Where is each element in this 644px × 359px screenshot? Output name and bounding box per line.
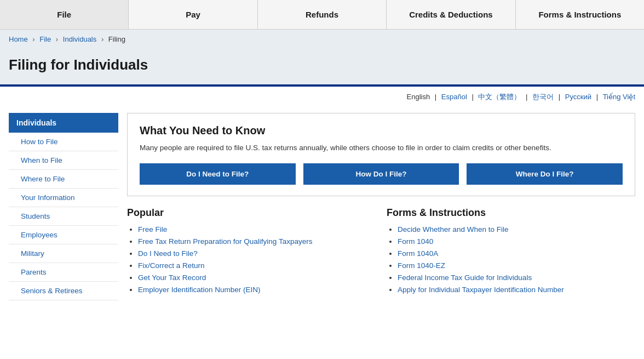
- sidebar-item-employees[interactable]: Employees: [9, 226, 118, 244]
- info-box-description: Many people are required to file U.S. ta…: [140, 143, 623, 153]
- breadcrumb-file[interactable]: File: [39, 35, 51, 43]
- list-item: Free Tax Return Preparation for Qualifyi…: [138, 237, 376, 246]
- list-item: Form 1040: [398, 237, 635, 246]
- breadcrumb-sep-2: ›: [56, 35, 58, 43]
- breadcrumb-home[interactable]: Home: [9, 35, 28, 43]
- breadcrumb-sep-3: ›: [101, 35, 104, 43]
- popular-link-fix-correct[interactable]: Fix/Correct a Return: [138, 261, 205, 270]
- popular-link-free-tax[interactable]: Free Tax Return Preparation for Qualifyi…: [138, 237, 312, 246]
- list-item: Free File: [138, 225, 376, 233]
- info-box: What You Need to Know Many people are re…: [127, 113, 635, 196]
- sidebar-item-parents[interactable]: Parents: [9, 263, 118, 282]
- cta-buttons: Do I Need to File? How Do I File? Where …: [140, 163, 623, 185]
- cta-how-do-i-file[interactable]: How Do I File?: [303, 163, 459, 185]
- forms-link-1040[interactable]: Form 1040: [398, 237, 433, 246]
- popular-link-do-i-need[interactable]: Do I Need to File?: [138, 249, 198, 258]
- list-item: Decide Whether and When to File: [398, 225, 635, 233]
- content-area: What You Need to Know Many people are re…: [127, 113, 635, 300]
- popular-section: Popular Free File Free Tax Return Prepar…: [127, 207, 376, 298]
- nav-pay[interactable]: Pay: [129, 0, 257, 29]
- nav-refunds[interactable]: Refunds: [258, 0, 387, 29]
- breadcrumb-sep-1: ›: [32, 35, 34, 43]
- forms-link-fed-guide[interactable]: Federal Income Tax Guide for Individuals: [398, 273, 532, 282]
- cta-where-do-i-file[interactable]: Where Do I File?: [467, 163, 623, 185]
- list-item: Fix/Correct a Return: [138, 261, 376, 270]
- popular-link-ein[interactable]: Employer Identification Number (EIN): [138, 286, 261, 294]
- language-russian[interactable]: Русский: [565, 93, 591, 101]
- breadcrumb-individuals[interactable]: Individuals: [63, 35, 96, 43]
- forms-link-1040ez[interactable]: Form 1040-EZ: [398, 261, 445, 270]
- sidebar: Individuals How to File When to File Whe…: [9, 113, 118, 300]
- page-header: Filing for Individuals: [0, 49, 644, 84]
- main-content: Individuals How to File When to File Whe…: [0, 104, 644, 309]
- list-item: Apply for Individual Taxpayer Identifica…: [398, 286, 635, 294]
- popular-link-free-file[interactable]: Free File: [138, 225, 167, 233]
- cta-do-i-need-to-file[interactable]: Do I Need to File?: [140, 163, 296, 185]
- popular-link-tax-record[interactable]: Get Your Tax Record: [138, 273, 206, 282]
- sidebar-item-your-information[interactable]: Your Information: [9, 189, 118, 207]
- popular-list: Free File Free Tax Return Preparation fo…: [127, 225, 376, 294]
- top-navigation: File Pay Refunds Credits & Deductions Fo…: [0, 0, 644, 30]
- language-chinese[interactable]: 中文（繁體）: [478, 93, 521, 101]
- sidebar-item-when-to-file[interactable]: When to File: [9, 151, 118, 170]
- forms-heading: Forms & Instructions: [387, 207, 635, 219]
- page-title: Filing for Individuals: [9, 56, 635, 73]
- list-item: Do I Need to File?: [138, 249, 376, 258]
- forms-instructions-section: Forms & Instructions Decide Whether and …: [387, 207, 635, 298]
- list-item: Form 1040-EZ: [398, 261, 635, 270]
- nav-forms-instructions[interactable]: Forms & Instructions: [516, 0, 644, 29]
- forms-list: Decide Whether and When to File Form 104…: [387, 225, 635, 294]
- language-vietnamese[interactable]: Tiếng Việt: [603, 93, 635, 101]
- sidebar-item-students[interactable]: Students: [9, 207, 118, 226]
- language-espanol[interactable]: Español: [441, 93, 467, 101]
- sidebar-item-seniors-retirees[interactable]: Seniors & Retirees: [9, 282, 118, 300]
- breadcrumb: Home › File › Individuals › Filing: [0, 30, 644, 49]
- popular-heading: Popular: [127, 207, 376, 219]
- list-item: Form 1040A: [398, 249, 635, 258]
- forms-link-itin[interactable]: Apply for Individual Taxpayer Identifica…: [398, 286, 564, 294]
- breadcrumb-current: Filing: [108, 35, 125, 43]
- sidebar-item-how-to-file[interactable]: How to File: [9, 133, 118, 151]
- language-english: English: [407, 93, 430, 101]
- bottom-sections: Popular Free File Free Tax Return Prepar…: [127, 207, 635, 298]
- list-item: Employer Identification Number (EIN): [138, 286, 376, 294]
- sidebar-header: Individuals: [9, 113, 118, 133]
- sidebar-item-where-to-file[interactable]: Where to File: [9, 170, 118, 189]
- language-korean[interactable]: 한국어: [532, 93, 554, 101]
- nav-file[interactable]: File: [0, 0, 129, 29]
- language-bar: English | Español | 中文（繁體） | 한국어 | Русск…: [0, 87, 644, 104]
- forms-link-decide[interactable]: Decide Whether and When to File: [398, 225, 509, 233]
- sidebar-item-military[interactable]: Military: [9, 244, 118, 263]
- nav-credits-deductions[interactable]: Credits & Deductions: [387, 0, 515, 29]
- list-item: Get Your Tax Record: [138, 273, 376, 282]
- list-item: Federal Income Tax Guide for Individuals: [398, 273, 635, 282]
- forms-link-1040a[interactable]: Form 1040A: [398, 249, 438, 258]
- info-box-title: What You Need to Know: [140, 124, 623, 137]
